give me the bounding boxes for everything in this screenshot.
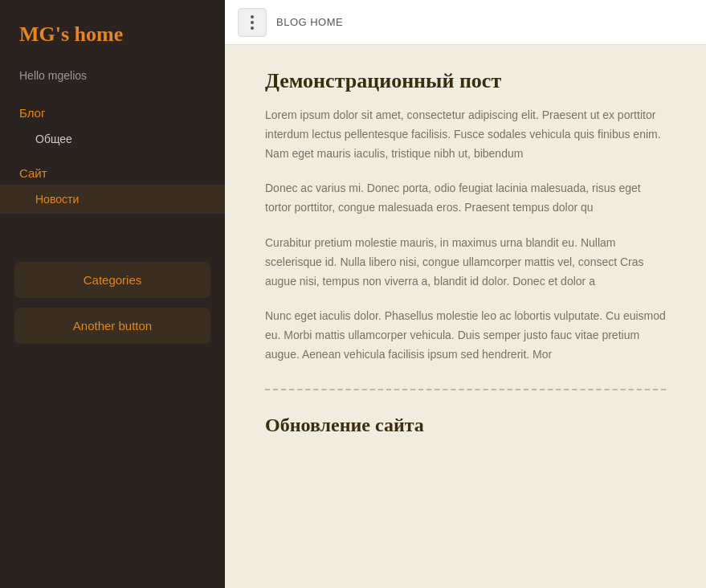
sidebar-section-site: Сайт <box>0 153 225 185</box>
post-divider <box>265 389 666 390</box>
dots-icon <box>251 15 254 30</box>
menu-button[interactable] <box>238 8 267 37</box>
site-title[interactable]: MG's home <box>0 0 225 69</box>
post-1-para-2: Donec ac varius mi. Donec porta, odio fe… <box>265 179 666 218</box>
post-1-para-4: Nunc eget iaculis dolor. Phasellus moles… <box>265 307 666 364</box>
post-2-title: Обновление сайта <box>265 414 666 436</box>
content-area: Демонстрационный пост Lorem ipsum dolor … <box>225 45 706 460</box>
sidebar-section-blog: Блог <box>0 98 225 125</box>
post-1-para-1: Lorem ipsum dolor sit amet, consectetur … <box>265 106 666 163</box>
top-bar: BLOG HOME <box>225 0 706 45</box>
post-1-title: Демонстрационный пост <box>265 69 666 93</box>
post-1-para-3: Curabitur pretium molestie mauris, in ma… <box>265 234 666 291</box>
sidebar-item-novosti[interactable]: Новости <box>0 185 225 214</box>
categories-button[interactable]: Categories <box>14 262 210 298</box>
sidebar-item-obshee[interactable]: Общее <box>0 125 225 153</box>
sidebar-buttons: Categories Another button <box>0 262 225 344</box>
breadcrumb: BLOG HOME <box>276 16 343 28</box>
main-content: BLOG HOME Демонстрационный пост Lorem ip… <box>225 0 706 588</box>
sidebar: MG's home Hello mgelios Блог Общее Сайт … <box>0 0 225 588</box>
sidebar-hello: Hello mgelios <box>0 69 225 98</box>
another-button[interactable]: Another button <box>14 308 210 344</box>
